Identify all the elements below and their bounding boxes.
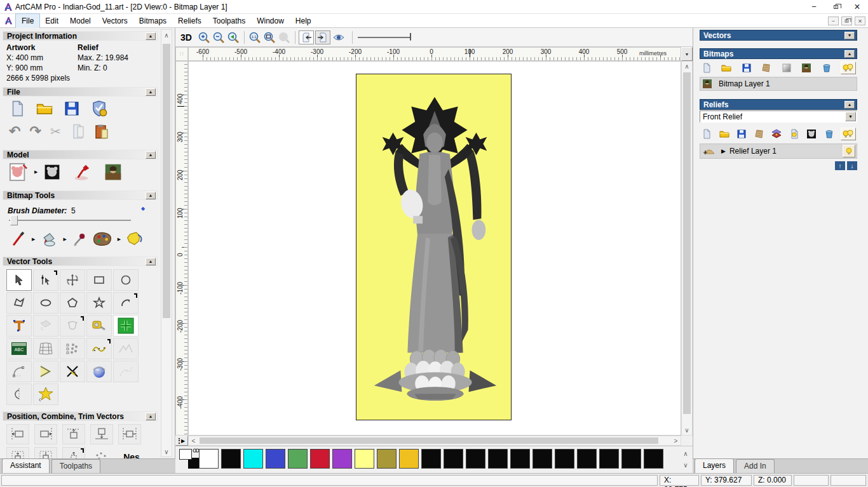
color-swatch[interactable] bbox=[599, 449, 619, 469]
wrap-text-grid-tool[interactable] bbox=[33, 338, 58, 359]
create-circle-tool[interactable] bbox=[113, 269, 139, 291]
canvas-hscrollbar[interactable]: < > bbox=[188, 436, 681, 446]
align-center-icon[interactable] bbox=[118, 424, 141, 444]
create-arc-tool[interactable] bbox=[113, 292, 139, 314]
bitmap-layer-row[interactable]: Bitmap Layer 1 bbox=[700, 77, 857, 91]
zoom-in-icon[interactable] bbox=[197, 31, 212, 44]
paste-along-curve-tool[interactable] bbox=[60, 338, 85, 359]
relief-preview-icon[interactable] bbox=[789, 129, 800, 139]
relief-stack-icon[interactable] bbox=[771, 129, 782, 139]
cut-icon[interactable]: ✂ bbox=[50, 124, 61, 139]
next-bitmap-layer-icon[interactable] bbox=[315, 30, 330, 44]
open-bitmap-layer-icon[interactable] bbox=[721, 63, 732, 73]
collapse-section-button[interactable]: ▲ bbox=[146, 88, 156, 96]
color-swatch[interactable] bbox=[421, 449, 441, 469]
bitmap-doctor-icon[interactable] bbox=[126, 231, 145, 248]
expand-vectors-button[interactable]: ▼ bbox=[844, 32, 855, 39]
scatter-copies-icon[interactable] bbox=[90, 447, 113, 458]
fit-arcs-tool[interactable] bbox=[86, 338, 112, 359]
color-swatch[interactable] bbox=[466, 449, 485, 469]
align-left-icon[interactable] bbox=[6, 424, 29, 444]
mdi-close-button[interactable]: × bbox=[855, 17, 865, 25]
new-bitmap-layer-icon[interactable] bbox=[701, 63, 712, 73]
collapse-section-button[interactable]: ▲ bbox=[146, 258, 156, 265]
flyout-arrow-icon[interactable]: ▶ bbox=[118, 237, 121, 242]
align-right-icon[interactable] bbox=[34, 424, 57, 444]
color-swatch[interactable] bbox=[532, 449, 552, 469]
toggle-3d-view-button[interactable]: 3D bbox=[180, 32, 192, 43]
palette-scroll-up-icon[interactable]: ∧ bbox=[681, 449, 690, 458]
expand-relief-layer-icon[interactable]: ▶ bbox=[721, 148, 726, 154]
tab-assistant[interactable]: Assistant bbox=[2, 458, 50, 473]
assistant-scrollbar[interactable]: ∧ ∨ bbox=[161, 29, 172, 457]
envelope-distortion-tool[interactable] bbox=[60, 315, 85, 337]
create-star-tool[interactable] bbox=[86, 292, 112, 314]
brush-diameter-slider-track[interactable] bbox=[9, 220, 131, 221]
save-model-icon[interactable] bbox=[64, 100, 80, 117]
bitmap-texture-icon[interactable] bbox=[761, 63, 772, 73]
fade-relief-slider[interactable] bbox=[358, 31, 416, 44]
model-wizard-icon[interactable] bbox=[90, 100, 108, 117]
scroll-down-icon[interactable]: ∨ bbox=[161, 446, 172, 457]
mdi-minimize-button[interactable]: − bbox=[828, 17, 839, 25]
color-swatch[interactable] bbox=[332, 449, 352, 469]
collapse-section-button[interactable]: ▲ bbox=[146, 32, 156, 40]
undo-icon[interactable]: ↶ bbox=[9, 123, 20, 140]
bitmap-to-layer-icon[interactable] bbox=[801, 63, 812, 73]
wrap-sphere-tool[interactable] bbox=[86, 361, 112, 382]
toggle-relief-visibility-icon[interactable] bbox=[841, 128, 856, 140]
bitmap-gradient-icon[interactable] bbox=[781, 63, 792, 73]
scrollbar-thumb[interactable] bbox=[200, 437, 658, 444]
collapse-section-button[interactable]: ▲ bbox=[146, 151, 156, 159]
scrollbar-thumb[interactable] bbox=[683, 72, 691, 414]
color-swatch[interactable] bbox=[644, 449, 663, 469]
zoom-1to1-icon[interactable]: 1:1 bbox=[248, 31, 262, 44]
create-text-tool[interactable] bbox=[6, 315, 32, 337]
ruler-origin-button[interactable]: ∷ bbox=[175, 47, 188, 61]
color-swatch[interactable] bbox=[199, 449, 219, 469]
color-swatch[interactable] bbox=[221, 449, 241, 469]
measure-tool[interactable] bbox=[86, 315, 112, 337]
create-ellipse-tool[interactable] bbox=[33, 292, 58, 314]
color-swatch[interactable] bbox=[555, 449, 574, 469]
create-polyline-tool[interactable] bbox=[6, 292, 32, 314]
move-layer-up-button[interactable]: ↑ bbox=[835, 161, 845, 170]
zoom-objects-icon[interactable] bbox=[262, 31, 277, 44]
new-relief-layer-icon[interactable] bbox=[701, 129, 712, 139]
preview-relief-icon[interactable] bbox=[330, 32, 347, 43]
set-model-size-icon[interactable] bbox=[9, 163, 28, 182]
mirror-vectors-tool[interactable] bbox=[6, 384, 32, 405]
paste-text-block-tool[interactable]: ABC bbox=[6, 338, 32, 359]
ruler-units-dropdown[interactable]: ▼ bbox=[681, 47, 693, 61]
minimize-button[interactable]: − bbox=[803, 1, 825, 13]
copy-icon[interactable] bbox=[70, 124, 85, 139]
free-polyline-tool[interactable] bbox=[113, 361, 139, 382]
transform-vectors-tool[interactable] bbox=[60, 269, 85, 291]
menu-toolpaths[interactable]: Toolpaths bbox=[207, 14, 251, 28]
menu-file[interactable]: File bbox=[16, 14, 39, 28]
color-swatch[interactable] bbox=[577, 449, 597, 469]
delete-bitmap-layer-icon[interactable] bbox=[821, 63, 832, 73]
fillet-arcs-tool[interactable] bbox=[6, 361, 32, 382]
scroll-up-icon[interactable]: ∧ bbox=[161, 30, 172, 40]
color-swatch[interactable] bbox=[288, 449, 308, 469]
menu-edit[interactable]: Edit bbox=[39, 14, 64, 28]
create-polygon-tool[interactable] bbox=[60, 292, 85, 314]
save-bitmap-layer-icon[interactable] bbox=[741, 63, 752, 73]
center-horizontally-icon[interactable] bbox=[62, 447, 85, 458]
zoom-out-icon[interactable] bbox=[212, 31, 226, 44]
flyout-arrow-icon[interactable]: ▶ bbox=[32, 237, 35, 242]
scroll-up-icon[interactable]: ∧ bbox=[682, 62, 692, 71]
scroll-right-icon[interactable]: > bbox=[671, 436, 681, 445]
distort-vectors-tool[interactable] bbox=[33, 315, 58, 337]
color-swatch[interactable] bbox=[377, 449, 397, 469]
block-copy-tool[interactable] bbox=[113, 315, 139, 337]
flyout-arrow-icon[interactable]: ▶ bbox=[34, 170, 37, 175]
adjust-greyscale-icon[interactable] bbox=[44, 164, 60, 180]
paste-icon[interactable] bbox=[94, 123, 109, 140]
menu-reliefs[interactable]: Reliefs bbox=[172, 14, 207, 28]
delete-relief-layer-icon[interactable] bbox=[824, 129, 835, 139]
brush-diameter-slider-handle[interactable] bbox=[10, 215, 18, 225]
simplify-vectors-tool[interactable] bbox=[113, 338, 139, 359]
flyout-arrow-icon[interactable]: ▶ bbox=[63, 237, 66, 242]
